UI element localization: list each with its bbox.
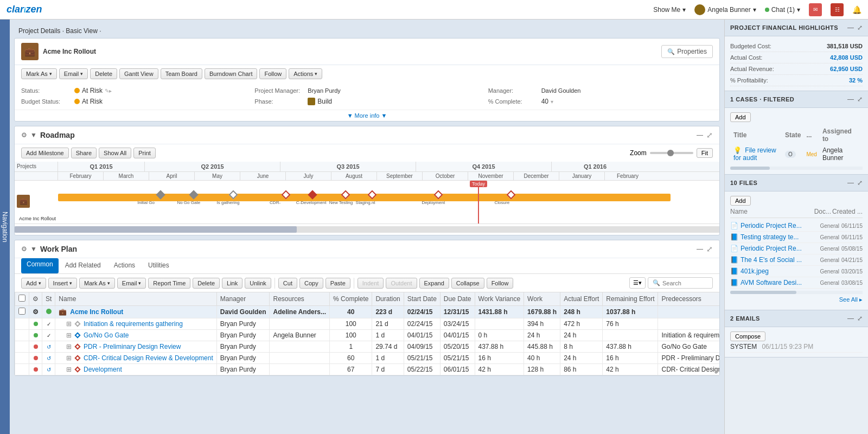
row-duration-3: 1 d bbox=[372, 330, 404, 341]
workplan-minimize-icon[interactable]: — bbox=[697, 245, 703, 253]
wp-add-button[interactable]: Add bbox=[21, 278, 46, 289]
workplan-header-row: ⚙ St Name Manager Resources % Complete D… bbox=[15, 292, 720, 306]
workplan-gear-icon[interactable]: ⚙ bbox=[21, 245, 27, 253]
select-all-checkbox[interactable] bbox=[18, 295, 25, 302]
team-board-button[interactable]: Team Board bbox=[161, 68, 202, 79]
row-gear-2[interactable] bbox=[29, 318, 42, 330]
workplan-collapse-icon[interactable]: ⤢ bbox=[706, 245, 713, 253]
status-edit-icon[interactable]: ✎ bbox=[105, 88, 112, 94]
cases-minimize-icon[interactable]: — bbox=[847, 95, 854, 103]
wp-insert-button[interactable]: Insert bbox=[48, 278, 78, 289]
show-all-button[interactable]: Show All bbox=[99, 148, 131, 158]
file-name-6[interactable]: AVM Software Desi... bbox=[741, 279, 818, 286]
notifications-icon[interactable]: ✉ bbox=[809, 3, 822, 16]
emails-minimize-icon[interactable]: — bbox=[847, 315, 854, 322]
cases-expand-icon[interactable]: ⤢ bbox=[857, 95, 863, 103]
gantt-view-button[interactable]: Gantt View bbox=[119, 68, 158, 79]
roadmap-gear-icon[interactable]: ⚙ bbox=[21, 131, 27, 139]
financial-minimize-icon[interactable]: — bbox=[847, 24, 854, 31]
roadmap-collapse-icon[interactable]: ⤢ bbox=[706, 131, 713, 139]
row-checkbox-6[interactable] bbox=[15, 364, 29, 375]
row-gear-4[interactable] bbox=[29, 341, 42, 353]
row-checkbox-2[interactable] bbox=[15, 318, 29, 330]
cases-add-button[interactable]: Add bbox=[730, 112, 751, 122]
wp-outdent-button[interactable]: Outdent bbox=[386, 278, 417, 289]
burndown-chart-button[interactable]: Burndown Chart bbox=[205, 68, 258, 79]
wp-link-button[interactable]: Link bbox=[222, 278, 242, 289]
expand-icon-4[interactable]: ⊞ bbox=[66, 343, 72, 350]
bell-icon[interactable]: 🔔 bbox=[852, 5, 861, 14]
emails-expand-icon[interactable]: ⤢ bbox=[857, 315, 863, 322]
row-name-link[interactable]: Acme Inc Rollout bbox=[70, 308, 123, 316]
add-milestone-button[interactable]: Add Milestone bbox=[21, 148, 69, 158]
delete-button[interactable]: Delete bbox=[90, 68, 117, 79]
row-name-link-5[interactable]: CDR- Critical Design Review & Developmen… bbox=[84, 354, 213, 362]
row-checkbox-4[interactable] bbox=[15, 341, 29, 353]
tab-add-related[interactable]: Add Related bbox=[59, 258, 107, 273]
side-nav[interactable]: Navigation bbox=[0, 20, 10, 434]
wp-cut-button[interactable]: Cut bbox=[278, 278, 297, 289]
file-name-3[interactable]: Periodic Project Re... bbox=[741, 245, 818, 252]
files-minimize-icon[interactable]: — bbox=[847, 179, 854, 187]
row-checkbox[interactable] bbox=[15, 306, 29, 318]
expand-icon-6[interactable]: ⊞ bbox=[66, 366, 72, 373]
tab-common[interactable]: Common bbox=[21, 258, 59, 273]
top-nav: clarizen Show Me Angela Bunner Chat (1) … bbox=[0, 0, 868, 20]
zoom-slider[interactable] bbox=[650, 152, 693, 154]
wp-unlink-button[interactable]: Unlink bbox=[245, 278, 271, 289]
user-nav[interactable]: Angela Bunner bbox=[694, 4, 756, 15]
wp-indent-button[interactable]: Indent bbox=[358, 278, 384, 289]
row-name-link-2[interactable]: Initiation & requirements gathering bbox=[84, 320, 183, 328]
more-info-button[interactable]: ▼ More info ▼ bbox=[15, 110, 719, 121]
chat-nav[interactable]: Chat (1) bbox=[765, 6, 800, 14]
workplan-search-area: ☰▾ 🔍 bbox=[629, 277, 713, 289]
wp-reporttime-button[interactable]: Report Time bbox=[148, 278, 190, 289]
settings-icon[interactable]: ☷ bbox=[831, 3, 844, 16]
properties-button[interactable]: 🔍 Properties bbox=[661, 45, 713, 58]
wp-expand-button[interactable]: Expand bbox=[419, 278, 449, 289]
expand-icon-5[interactable]: ⊞ bbox=[66, 354, 72, 362]
file-name-4[interactable]: The 4 E's of Social ... bbox=[741, 256, 818, 264]
roadmap-minimize-icon[interactable]: — bbox=[697, 131, 703, 139]
wp-paste-button[interactable]: Paste bbox=[326, 278, 350, 289]
row-name-link-4[interactable]: PDR - Preliminary Design Review bbox=[84, 343, 181, 350]
filter-icon[interactable]: ☰▾ bbox=[629, 277, 646, 289]
mark-as-button[interactable]: Mark As bbox=[21, 68, 57, 79]
files-add-button[interactable]: Add bbox=[730, 196, 751, 206]
wp-follow-button[interactable]: Follow bbox=[487, 278, 514, 289]
row-gear-6[interactable] bbox=[29, 364, 42, 375]
wp-copy-button[interactable]: Copy bbox=[299, 278, 323, 289]
row-name-link-3[interactable]: Go/No Go Gate bbox=[84, 331, 129, 339]
gantt-scrollbar[interactable] bbox=[15, 226, 719, 233]
tab-actions[interactable]: Actions bbox=[107, 258, 142, 273]
compose-button[interactable]: Compose bbox=[730, 331, 765, 341]
row-checkbox-3[interactable] bbox=[15, 330, 29, 341]
print-button[interactable]: Print bbox=[133, 148, 156, 158]
row-name-link-6[interactable]: Development bbox=[84, 366, 122, 373]
workplan-search-input[interactable] bbox=[662, 280, 706, 286]
file-name-2[interactable]: Testing strategy te... bbox=[741, 233, 818, 241]
financial-expand-icon[interactable]: ⤢ bbox=[857, 24, 863, 31]
workplan-search-box[interactable]: 🔍 bbox=[648, 277, 713, 289]
files-expand-icon[interactable]: ⤢ bbox=[857, 179, 863, 187]
expand-icon-2[interactable]: ⊞ bbox=[66, 320, 72, 328]
wp-collapse-button[interactable]: Collapse bbox=[451, 278, 484, 289]
show-me-nav[interactable]: Show Me bbox=[653, 6, 686, 14]
actions-button[interactable]: Actions bbox=[289, 68, 322, 79]
expand-icon-3[interactable]: ⊞ bbox=[66, 331, 72, 339]
see-all-files[interactable]: See All ▸ bbox=[730, 294, 863, 305]
fit-button[interactable]: Fit bbox=[697, 148, 713, 158]
tab-utilities[interactable]: Utilities bbox=[142, 258, 176, 273]
wp-delete-button[interactable]: Delete bbox=[193, 278, 220, 289]
follow-button[interactable]: Follow bbox=[259, 68, 286, 79]
row-gear[interactable]: ⚙ bbox=[29, 306, 42, 318]
row-gear-3[interactable] bbox=[29, 330, 42, 341]
row-checkbox-5[interactable] bbox=[15, 353, 29, 364]
wp-markas-button[interactable]: Mark As bbox=[79, 278, 115, 289]
wp-email-button[interactable]: Email bbox=[117, 278, 146, 289]
share-button[interactable]: Share bbox=[71, 148, 97, 158]
file-name-5[interactable]: 401k.jpeg bbox=[741, 267, 818, 275]
row-gear-5[interactable] bbox=[29, 353, 42, 364]
file-name-1[interactable]: Periodic Project Re... bbox=[741, 222, 818, 229]
email-button[interactable]: Email bbox=[59, 68, 88, 79]
